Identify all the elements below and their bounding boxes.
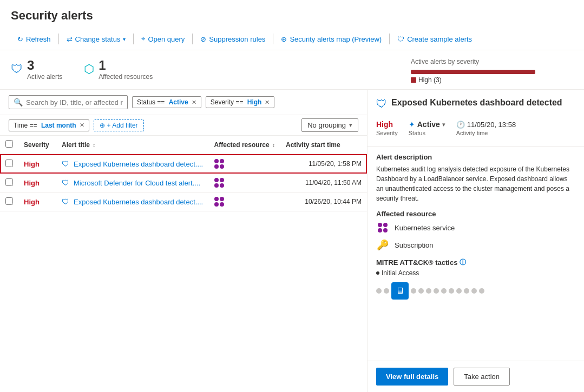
timeline-dot-11 [471,288,477,294]
open-query-button[interactable]: ⌖ Open query [135,31,191,46]
search-input[interactable] [26,98,123,107]
page-title: Security alerts [11,9,573,23]
row1-resource-icon [214,159,224,169]
left-panel: 🔍 Status == Active ✕ Severity == High ✕ [0,90,368,392]
time-chip-remove-icon[interactable]: ✕ [80,122,84,129]
open-query-icon: ⌖ [141,35,145,43]
refresh-icon: ↻ [17,35,23,43]
active-alerts-count: 3 [27,58,62,73]
row3-title-text: Exposed Kubernetes dashboard detect.... [74,198,203,206]
resource-list: Kubernetes service 🔑 Subscription [376,221,575,251]
row3-resource [209,192,280,211]
title-sort-icon: ↕ [93,142,95,148]
timeline-dot-4 [418,288,424,294]
content-area: 🔍 Status == Active ✕ Severity == High ✕ [0,90,584,392]
col-title-header[interactable]: Alert title ↕ [56,136,209,154]
timeline-dot-6 [434,288,439,294]
affected-resources-stat: ⬡ 1 Affected resources [84,58,153,81]
resource-item-k8s: Kubernetes service [376,221,575,234]
toolbar-sep4 [273,34,273,44]
row1-checkbox[interactable] [5,160,13,167]
grouping-chevron-icon: ▾ [349,122,352,129]
search-box[interactable]: 🔍 [9,95,128,109]
right-panel-body: Alert description Kubernetes audit log a… [368,147,584,361]
status-chip-remove-icon[interactable]: ✕ [192,99,196,106]
status-spinner-icon: ✦ [409,120,415,129]
table-row[interactable]: High 🛡 Microsoft Defender for Cloud test… [0,174,367,192]
time-filter-chip[interactable]: Time == Last month ✕ [9,119,89,131]
row3-resource-icon [214,197,224,207]
timeline-row: 🖥 [376,282,575,300]
timeline-dot-1 [376,288,382,294]
table-row[interactable]: High 🛡 Exposed Kubernetes dashboard dete… [0,192,367,211]
col-select-all[interactable] [0,136,18,154]
stats-bar: 🛡 3 Active alerts ⬡ 1 Affected resources… [0,50,584,90]
change-status-button[interactable]: ⇄ Change status ▾ [60,32,133,46]
toolbar: ↻ Refresh ⇄ Change status ▾ ⌖ Open query… [0,28,584,50]
select-all-checkbox[interactable] [5,140,13,148]
row1-checkbox-cell[interactable] [0,154,18,174]
row2-time: 11/04/20, 11:50 AM [280,174,367,192]
detail-meta: High Severity ✦ Active ▾ Status 🕐 [376,116,575,141]
severity-chart-title: Active alerts by severity [411,58,573,65]
status-chip-value: Active [169,98,188,106]
row1-title-text: Exposed Kubernetes dashboard detect.... [74,160,203,168]
detail-title-text: Exposed Kubernetes dashboard detected [391,97,562,109]
take-action-button[interactable]: Take action [454,368,510,386]
severity-filter-chip[interactable]: Severity == High ✕ [206,96,275,108]
timeline-dot-3 [411,288,416,294]
page-title-area: Security alerts [0,0,584,28]
row3-checkbox[interactable] [5,197,13,205]
timeline-dot-5 [426,288,431,294]
row3-alert-icon: 🛡 [62,197,69,206]
row3-time: 10/26/20, 10:44 PM [280,192,367,211]
add-filter-button[interactable]: ⊕ + Add filter [94,119,144,131]
severity-bar-bg [411,70,535,74]
row3-checkbox-cell[interactable] [0,192,18,211]
row2-resource [209,174,280,192]
row2-title: 🛡 Microsoft Defender for Cloud test aler… [56,174,209,192]
detail-title-row: 🛡 Exposed Kubernetes dashboard detected [376,97,575,110]
mitre-section: MITRE ATT&CK® tactics ⓘ Initial Access [376,258,575,277]
meta-status-label: Status [409,130,445,136]
grouping-dropdown[interactable]: No grouping ▾ [301,118,358,132]
action-bar: View full details Take action [368,361,584,392]
timeline-active-dot[interactable]: 🖥 [391,282,409,300]
time-chip-label: Time == [14,122,39,129]
change-status-arrow-icon: ▾ [123,36,126,42]
severity-chip-remove-icon[interactable]: ✕ [265,99,270,106]
security-map-button[interactable]: ⊕ Security alerts map (Preview) [274,32,388,46]
toolbar-sep3 [192,34,193,44]
table-header-row: Severity Alert title ↕ Affected resource… [0,136,367,154]
create-sample-button[interactable]: 🛡 Create sample alerts [391,32,478,46]
col-resource-header[interactable]: Affected resource ↕ [209,136,280,154]
active-alerts-info: 3 Active alerts [27,58,62,81]
row3-severity: High [18,192,56,211]
row1-severity: High [18,154,56,174]
col-severity-header[interactable]: Severity [18,136,56,154]
row2-checkbox[interactable] [5,178,13,186]
col-time-header[interactable]: Activity start time [280,136,367,154]
alert-description-text: Kubernetes audit log analysis detected e… [376,164,575,203]
active-alerts-label: Active alerts [27,73,62,81]
add-filter-plus-icon: ⊕ [100,122,105,129]
filter-row2: Time == Last month ✕ ⊕ + Add filter No g… [0,115,367,136]
refresh-button[interactable]: ↻ Refresh [11,32,57,46]
severity-bar-fill [411,70,535,74]
timeline-dot-12 [479,288,484,294]
table-row[interactable]: High 🛡 Exposed Kubernetes dashboard dete… [0,154,367,174]
resource2-name: Subscription [395,241,434,249]
view-full-details-button[interactable]: View full details [376,368,448,386]
row2-checkbox-cell[interactable] [0,174,18,192]
suppression-rules-button[interactable]: ⊘ Suppression rules [194,32,272,46]
severity-dot-icon [411,77,416,83]
status-filter-chip[interactable]: Status == Active ✕ [132,96,201,108]
mitre-info-icon[interactable]: ⓘ [460,258,466,267]
severity-chip-label: Severity == [211,98,245,106]
row2-resource-icon [214,178,224,188]
resource1-name: Kubernetes service [395,224,455,232]
status-dropdown-icon[interactable]: ▾ [442,121,445,128]
affected-resources-icon: ⬡ [84,62,94,76]
time-clock-icon: 🕐 [456,121,465,129]
search-icon: 🔍 [14,98,23,107]
